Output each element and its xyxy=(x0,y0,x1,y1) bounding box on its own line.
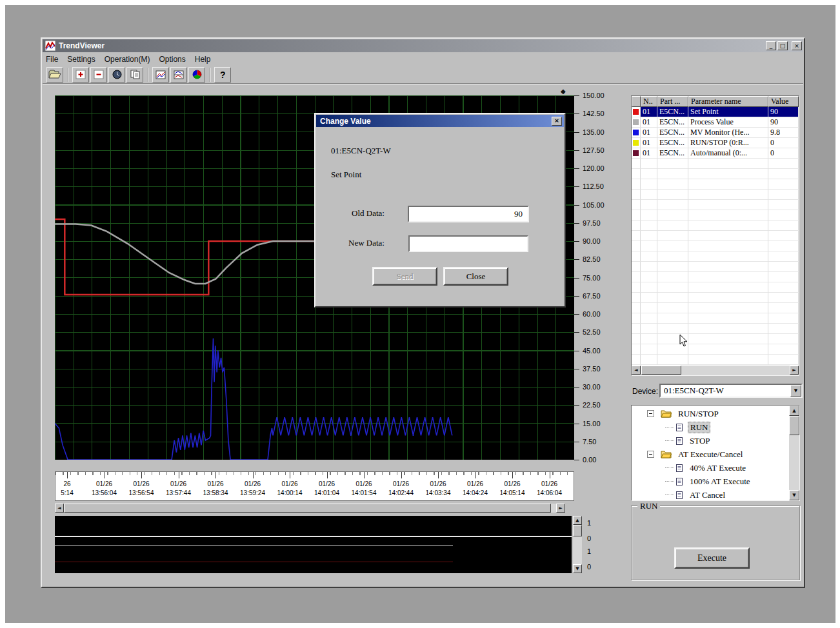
table-scroll-left-icon[interactable]: ◄ xyxy=(632,366,641,375)
time-scrollbar[interactable]: ◄ ► xyxy=(55,504,565,513)
cell-no: 01 xyxy=(641,107,657,117)
table-row[interactable]: 01E5CN...Auto/manual (0:...0 xyxy=(632,148,799,159)
new-data-input[interactable] xyxy=(408,235,528,252)
digital-axis: 1010 xyxy=(587,516,604,575)
execute-button[interactable]: Execute xyxy=(674,547,750,569)
table-row[interactable]: 01E5CN...Set Point90 xyxy=(632,107,799,117)
cell-value: 0 xyxy=(768,138,799,148)
time-range-icon[interactable] xyxy=(108,67,125,83)
series-color-swatch xyxy=(633,119,639,125)
table-scrollbar[interactable]: ◄ ► xyxy=(632,366,799,375)
dropdown-icon[interactable]: ▼ xyxy=(790,385,801,397)
tree-connector xyxy=(665,427,674,427)
series-color-swatch xyxy=(633,140,639,146)
tree-collapse-icon[interactable] xyxy=(647,451,654,458)
tree-item-at-execute-cancel[interactable]: AT Execute/Cancel xyxy=(632,447,789,461)
tree-connector xyxy=(665,481,674,482)
zoom-out-icon[interactable] xyxy=(90,67,107,83)
time-axis-label: 01/2613:58:34 xyxy=(203,480,228,498)
time-axis-major-tick xyxy=(105,472,105,478)
table-header-part[interactable]: Part ... xyxy=(657,96,688,107)
tree-item-at-cancel[interactable]: AT Cancel xyxy=(632,488,789,500)
trend-layout-icon[interactable] xyxy=(170,67,187,83)
table-header-parameter-name[interactable]: Parameter name xyxy=(688,96,768,107)
series-mv-monitor xyxy=(55,339,452,460)
time-axis-label: 01/2614:01:04 xyxy=(314,480,339,498)
tree-item-stop[interactable]: STOP xyxy=(632,434,789,447)
scroll-left-icon[interactable]: ◄ xyxy=(55,504,64,513)
tree-item-run-stop[interactable]: RUN/STOP xyxy=(632,407,789,420)
tree-connector xyxy=(665,495,674,495)
signal-line xyxy=(55,562,453,562)
table-row[interactable]: 01E5CN...RUN/STOP (0:R...0 xyxy=(632,138,799,148)
title-bar[interactable]: TrendViewer _ □ × xyxy=(43,39,803,52)
scroll-right-icon[interactable]: ► xyxy=(556,504,565,513)
run-group-title: RUN xyxy=(637,501,660,511)
y-axis-tick: 60.00 xyxy=(574,309,601,319)
table-scrollbar-thumb[interactable] xyxy=(641,366,681,375)
table-header-value[interactable]: Value xyxy=(768,96,799,107)
time-axis-label: 01/2613:59:24 xyxy=(240,480,265,498)
minimize-icon[interactable]: _ xyxy=(766,41,776,50)
digital-axis-label: 0 xyxy=(587,534,591,543)
color-swatch-cell xyxy=(632,117,641,128)
menu-item-operation-m[interactable]: Operation(M) xyxy=(105,54,155,65)
tree-scroll-up-icon[interactable]: ▲ xyxy=(789,406,799,416)
digital-scrollbar[interactable]: ▲ ▼ xyxy=(573,516,582,573)
table-empty-row xyxy=(632,262,799,272)
colors-icon[interactable] xyxy=(188,67,205,83)
menu-item-help[interactable]: Help xyxy=(195,54,216,65)
tree-item-label: AT Cancel xyxy=(688,490,727,500)
y-axis-tick: 67.50 xyxy=(574,291,601,300)
menu-item-file[interactable]: File xyxy=(46,54,63,65)
cell-part: E5CN... xyxy=(657,138,688,148)
chart-position-marker-icon[interactable]: ◆ xyxy=(561,88,566,95)
time-axis-major-tick xyxy=(438,472,439,478)
new-data-label: New Data: xyxy=(348,238,385,248)
document-icon xyxy=(675,491,683,500)
table-empty-row xyxy=(632,334,799,344)
table-header-n[interactable]: N.. xyxy=(641,96,657,107)
tree-scrollbar-thumb[interactable] xyxy=(789,416,799,435)
tree-scroll-down-icon[interactable]: ▼ xyxy=(789,490,799,500)
dialog-title: Change Value xyxy=(320,117,552,126)
restore-icon[interactable]: □ xyxy=(777,41,788,50)
device-combo[interactable]: 01:E5CN-Q2T-W ▼ xyxy=(659,384,803,398)
table-row[interactable]: 01E5CN...Process Value90 xyxy=(632,117,799,128)
open-file-icon[interactable] xyxy=(46,67,63,83)
table-header-swatch[interactable] xyxy=(632,96,641,107)
time-axis-label: 01/2614:05:14 xyxy=(500,480,525,498)
close-dialog-button[interactable]: Close xyxy=(443,267,508,286)
scroll-down-icon[interactable]: ▼ xyxy=(573,564,582,573)
color-swatch-cell xyxy=(632,107,641,117)
tree-item-40-at-execute[interactable]: 40% AT Execute xyxy=(632,461,789,475)
time-scrollbar-thumb[interactable] xyxy=(64,504,551,513)
zoom-in-icon[interactable] xyxy=(72,67,89,83)
table-row[interactable]: 01E5CN...MV Monitor (He...9.8 xyxy=(632,128,799,138)
scroll-up-icon[interactable]: ▲ xyxy=(573,516,582,525)
color-swatch-cell xyxy=(632,148,641,159)
menu-item-settings[interactable]: Settings xyxy=(67,54,100,65)
tree-item-100-at-execute[interactable]: 100% AT Execute xyxy=(632,475,789,488)
folder-icon xyxy=(661,409,672,418)
dialog-title-bar[interactable]: Change Value × xyxy=(316,115,564,127)
y-axis-tick: 7.50 xyxy=(574,437,596,446)
menu-item-options[interactable]: Options xyxy=(159,54,190,65)
old-data-field: 90 xyxy=(408,206,529,222)
dialog-close-icon[interactable]: × xyxy=(552,117,562,126)
digital-axis-label: 1 xyxy=(587,547,591,556)
tree-item-run[interactable]: RUN xyxy=(632,420,789,434)
help-icon[interactable]: ? xyxy=(214,67,231,83)
send-button[interactable]: Send xyxy=(372,267,437,286)
tree-collapse-icon[interactable] xyxy=(647,410,654,417)
time-axis-label: 01/2613:57:44 xyxy=(166,480,191,498)
trend-view-icon[interactable] xyxy=(152,67,169,83)
table-scroll-right-icon[interactable]: ► xyxy=(790,366,799,375)
close-icon[interactable]: × xyxy=(792,41,802,50)
copy-icon[interactable] xyxy=(126,67,143,83)
tree-scrollbar[interactable]: ▲ ▼ xyxy=(789,406,799,500)
time-axis-major-tick xyxy=(290,472,290,478)
digital-scrollbar-thumb[interactable] xyxy=(573,525,582,536)
y-axis-tick: 90.00 xyxy=(574,237,601,246)
y-axis-tick: 37.50 xyxy=(574,364,601,373)
